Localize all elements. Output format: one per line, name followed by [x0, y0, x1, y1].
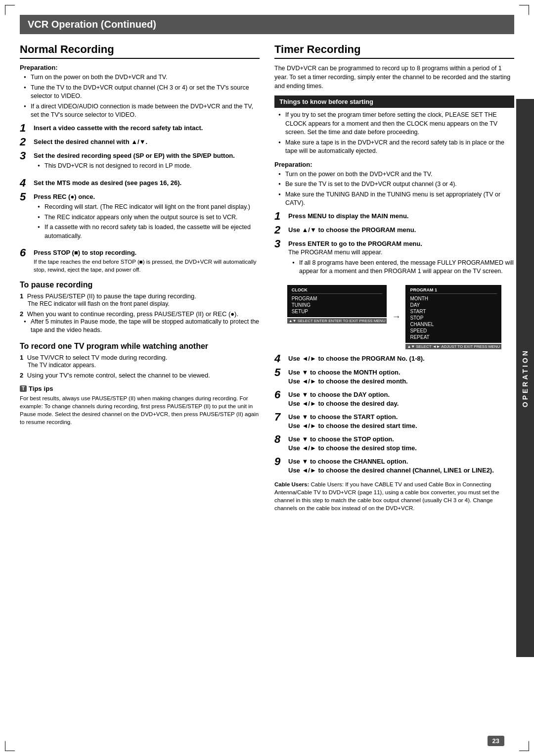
corner-mark-tr: [519, 5, 529, 15]
step-2-text: Select the desired channel with ▲/▼.: [34, 138, 147, 145]
timer-step-6b: Use ◄/► to choose the desired day.: [288, 400, 399, 407]
list-item: Recording will start. (The REC indicator…: [38, 203, 260, 212]
menu-screenshot: CLOCK PROGRAM TUNING SETUP ▲▼ SELECT ENT…: [274, 285, 514, 349]
tips-icon: T: [20, 385, 27, 392]
list-item: If a cassette with no record safety tab …: [38, 223, 260, 240]
tips-label: Tips: [29, 385, 42, 392]
timer-step-1: 1 Press MENU to display the MAIN menu.: [274, 212, 514, 222]
step-6-bold: Press STOP (■) to stop recording.: [34, 249, 136, 256]
timer-step-3: 3 Press ENTER to go to the PROGRAM menu.…: [274, 239, 514, 280]
timer-step-9b: Use ◄/► to choose the desired channel (C…: [288, 467, 494, 474]
pause-step-1: 1 Press PAUSE/STEP (II) to pause the tap…: [20, 292, 260, 307]
preparation-bullets: Turn on the power on both the DVD+VCR an…: [20, 73, 260, 120]
list-item: The REC indicator appears only when the …: [38, 213, 260, 222]
main-columns: Normal Recording Preparation: Turn on th…: [20, 43, 514, 512]
list-item: Turn on the power on both the DVD+VCR an…: [24, 73, 260, 82]
to-record-section: To record one TV program while watching …: [20, 342, 260, 379]
timer-step-7a: Use ▼ to choose the START option.: [288, 413, 398, 421]
step-4-text: Set the MTS mode as desired (see pages 1…: [34, 179, 181, 187]
menu-right: PROGRAM 1 MONTH DAY START STOP CHANNEL S…: [405, 285, 501, 349]
step-4: 4 Set the MTS mode as desired (see pages…: [20, 179, 260, 189]
to-record-title: To record one TV program while watching …: [20, 342, 260, 351]
timer-step-5: 5 Use ▼ to choose the MONTH option. Use …: [274, 368, 514, 386]
preparation-label: Preparation:: [20, 64, 260, 71]
step-2: 2 Select the desired channel with ▲/▼.: [20, 138, 260, 147]
timer-step-7: 7 Use ▼ to choose the START option. Use …: [274, 413, 514, 431]
pause-title: To pause recording: [20, 281, 260, 289]
tips-body: For best results, always use PAUSE/STEP …: [20, 394, 260, 426]
list-item: Turn on the power on both the DVD+VCR an…: [278, 170, 514, 179]
header-title: VCR Operation (Continued): [28, 19, 156, 30]
timer-step-8: 8 Use ▼ to choose the STOP option. Use ◄…: [274, 435, 514, 453]
corner-mark-bl: [5, 741, 15, 751]
cable-note: Cable Users: Cable Users: If you have CA…: [274, 480, 514, 512]
step-1: 1 Insert a video cassette with the recor…: [20, 124, 260, 134]
list-item: Tune the TV to the DVD+VCR output channe…: [24, 84, 260, 101]
step-3-text: Set the desired recording speed (SP or E…: [34, 152, 235, 159]
step-5-bullets: Recording will start. (The REC indicator…: [34, 203, 260, 240]
list-item: Make sure a tape is in the DVD+VCR and t…: [278, 139, 514, 156]
timer-step-8a: Use ▼ to choose the STOP option.: [288, 435, 394, 443]
right-preparation-label: Preparation:: [274, 161, 514, 168]
timer-step-1-text: Press MENU to display the MAIN menu.: [288, 212, 408, 220]
menu-left: CLOCK PROGRAM TUNING SETUP ▲▼ SELECT ENT…: [287, 285, 387, 324]
step-6-text: If the tape reaches the end before STOP …: [34, 258, 260, 274]
pause-step-2: 2 When you want to continue recording, p…: [20, 310, 260, 335]
menu-arrow: →: [392, 312, 400, 322]
pause-section: To pause recording 1 Press PAUSE/STEP (I…: [20, 281, 260, 335]
timer-step-6a: Use ▼ to choose the DAY option.: [288, 391, 390, 398]
corner-mark-tl: [5, 5, 15, 15]
list-item: If you try to set the program timer befo…: [278, 111, 514, 137]
things-box: Things to know before starting: [274, 95, 514, 108]
operation-tab: OPERATION: [516, 99, 534, 657]
to-record-step-1: 1 Use TV/VCR to select TV mode during re…: [20, 354, 260, 369]
timer-recording-title: Timer Recording: [274, 43, 514, 59]
timer-intro: The DVD+VCR can be programmed to record …: [274, 64, 514, 91]
step-1-text: Insert a video cassette with the record …: [34, 124, 203, 132]
menu-right-caption: ▲▼ SELECT ◄► ADJUST TO EXIT PRESS MENU: [405, 344, 501, 349]
operation-tab-text: OPERATION: [521, 349, 529, 407]
timer-step-7b: Use ◄/► to choose the desired start time…: [288, 422, 417, 429]
step-5-text: Press REC (●) once.: [34, 193, 95, 200]
timer-step-8b: Use ◄/► to choose the desired stop time.: [288, 444, 417, 452]
timer-step-9a: Use ▼ to choose the CHANNEL option.: [288, 458, 408, 465]
step-3-bullets: This DVD+VCR is not designed to record i…: [34, 162, 260, 171]
timer-step-9: 9 Use ▼ to choose the CHANNEL option. Us…: [274, 457, 514, 475]
right-preparation-bullets: Turn on the power on both the DVD+VCR an…: [274, 170, 514, 208]
tips-section: T Tips ips For best results, always use …: [20, 385, 260, 426]
list-item: After 5 minutes in Pause mode, the tape …: [24, 318, 260, 335]
right-column: Timer Recording The DVD+VCR can be progr…: [274, 43, 514, 512]
things-bullets: If you try to set the program timer befo…: [274, 111, 514, 156]
page-number: 23: [488, 736, 504, 746]
list-item: This DVD+VCR is not designed to record i…: [38, 162, 260, 171]
timer-step-2: 2 Use ▲/▼ to choose the PROGRAM menu.: [274, 226, 514, 236]
list-item: If all 8 programs have been entered, the…: [292, 259, 514, 276]
page-container: OPERATION VCR Operation (Continued) Norm…: [0, 0, 534, 756]
step-5: 5 Press REC (●) once. Recording will sta…: [20, 192, 260, 245]
timer-step-5a: Use ▼ to choose the MONTH option.: [288, 369, 400, 376]
to-record-step-2: 2 Using your TV's remote control, select…: [20, 372, 260, 379]
left-column: Normal Recording Preparation: Turn on th…: [20, 43, 260, 512]
step-3: 3 Set the desired recording speed (SP or…: [20, 151, 260, 175]
header-bar: VCR Operation (Continued): [20, 15, 514, 34]
list-item: If a direct VIDEO/AUDIO connection is ma…: [24, 102, 260, 120]
list-item: Make sure the TUNING BAND in the TUNING …: [278, 190, 514, 208]
timer-step-2-text: Use ▲/▼ to choose the PROGRAM menu.: [288, 226, 416, 234]
normal-recording-title: Normal Recording: [20, 43, 260, 59]
timer-step-3-text: Press ENTER to go to the PROGRAM menu.: [288, 240, 422, 247]
timer-step-6: 6 Use ▼ to choose the DAY option. Use ◄/…: [274, 390, 514, 409]
menu-left-caption: ▲▼ SELECT ENTER ENTER TO EXIT PRESS MENU: [287, 318, 387, 324]
step-6: 6 Press STOP (■) to stop recording. If t…: [20, 248, 260, 274]
timer-step-4-text: Use ◄/► to choose the PROGRAM No. (1-8).: [288, 355, 425, 362]
timer-step-5b: Use ◄/► to choose the desired month.: [288, 378, 408, 385]
list-item: Be sure the TV is set to the DVD+VCR out…: [278, 180, 514, 189]
timer-step-4: 4 Use ◄/► to choose the PROGRAM No. (1-8…: [274, 354, 514, 364]
corner-mark-br: [519, 741, 529, 751]
